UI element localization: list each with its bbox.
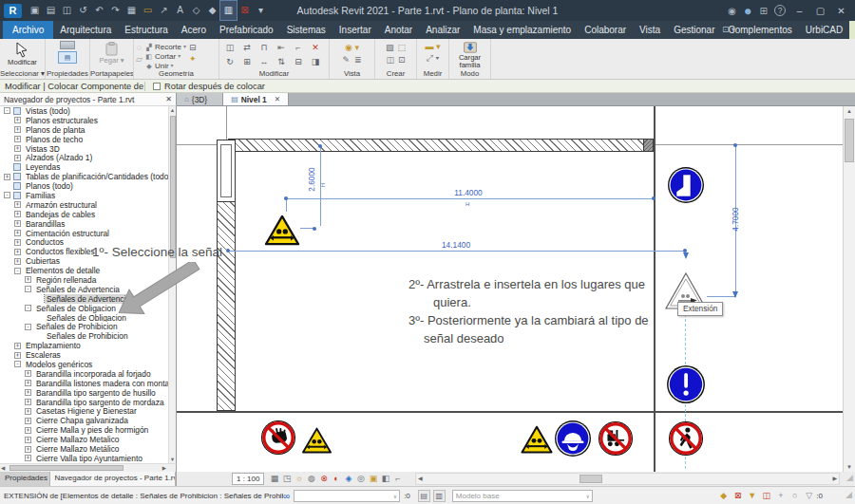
- qat-icon[interactable]: ▾: [253, 1, 269, 20]
- tree-item[interactable]: + Barandilla tipo sargento de mordaza: [0, 398, 168, 407]
- dimension-node[interactable]: [313, 227, 316, 231]
- ribbon-tab[interactable]: Anotar: [378, 21, 419, 39]
- selection-toggle-icon[interactable]: ◆: [716, 491, 731, 500]
- modify-tool-icon[interactable]: ⌐: [290, 41, 307, 55]
- expander-icon[interactable]: -: [14, 361, 21, 367]
- worksets-dropdown[interactable]: ∨: [294, 490, 400, 502]
- cope-icon[interactable]: ◌: [137, 43, 142, 52]
- maximize-button[interactable]: ▢: [813, 6, 827, 16]
- view-control-icon[interactable]: ◎: [354, 472, 367, 486]
- expander-icon[interactable]: +: [14, 145, 21, 152]
- ribbon-tab[interactable]: Masa y emplazamiento: [466, 21, 578, 39]
- qat-icon[interactable]: ↗: [156, 1, 172, 20]
- dimension-node[interactable]: [226, 249, 230, 252]
- selection-toggle-icon[interactable]: ▽: [802, 491, 816, 500]
- expander-icon[interactable]: +: [14, 258, 21, 265]
- expander-icon[interactable]: -: [25, 286, 31, 292]
- expander-icon[interactable]: +: [4, 174, 10, 180]
- tree-item[interactable]: + Cierre Mallazo Metalico: [0, 435, 168, 444]
- tree-item[interactable]: + Cierre Malla y pies de hormigón: [0, 425, 168, 435]
- offset-icon[interactable]: ▱: [136, 54, 142, 64]
- qat-icon[interactable]: ◫: [59, 1, 75, 20]
- drawing-canvas[interactable]: 2.6000 H 11.4000 H 14.1400 4.7000 Extens…: [177, 106, 843, 472]
- qat-icon[interactable]: ↶: [91, 1, 107, 20]
- expander-icon[interactable]: +: [14, 126, 21, 133]
- qat-icon[interactable]: ◇: [188, 1, 204, 20]
- view-tab[interactable]: ⌂ {3D}: [177, 93, 223, 105]
- sign-warning-machinery[interactable]: [264, 215, 300, 251]
- tree-item[interactable]: + Vistas 3D: [0, 144, 168, 154]
- modify-tool-icon[interactable]: ⇤: [273, 41, 290, 55]
- scale-button[interactable]: 1 : 100: [232, 473, 264, 485]
- help-icon[interactable]: ?: [774, 5, 786, 16]
- tree-item[interactable]: + Armazón estructural: [0, 200, 168, 210]
- qat-icon[interactable]: ▭: [140, 1, 156, 20]
- modify-tool-icon[interactable]: ⇄: [238, 41, 256, 55]
- tree-item[interactable]: + Barandilla listones madera con montant…: [0, 379, 168, 388]
- lightbulb-icon[interactable]: ◉ ▾: [345, 43, 359, 52]
- paste-button[interactable]: Pegar ▾: [92, 41, 131, 69]
- expander-icon[interactable]: -: [25, 324, 31, 330]
- tree-item[interactable]: + Cimentación estructural: [0, 229, 168, 238]
- ribbon-tab[interactable]: Insertar: [332, 21, 378, 39]
- wall-top[interactable]: [228, 139, 654, 152]
- modify-tool-icon[interactable]: ◨: [307, 55, 324, 69]
- selection-toggle-icon[interactable]: ▼: [745, 491, 759, 500]
- ribbon-tab[interactable]: Archivo: [3, 21, 53, 39]
- ribbon-tab[interactable]: Vista: [633, 21, 667, 39]
- modify-tool-icon[interactable]: ↔: [256, 55, 273, 69]
- tree-item[interactable]: - Familias: [0, 191, 168, 200]
- view-control-icon[interactable]: ◍: [305, 472, 317, 486]
- view-control-icon[interactable]: ⊗: [317, 472, 330, 486]
- tree-item[interactable]: + Escaleras: [0, 350, 168, 360]
- design-options-dropdown[interactable]: Modelo base∨: [452, 490, 593, 502]
- view-control-icon[interactable]: ◐: [330, 472, 342, 486]
- minimize-button[interactable]: –: [792, 6, 807, 16]
- expander-icon[interactable]: +: [14, 220, 21, 227]
- view-control-icon[interactable]: ☼: [293, 472, 305, 486]
- expander-icon[interactable]: +: [14, 230, 21, 236]
- expander-icon[interactable]: -: [4, 192, 10, 198]
- titlebar-icon[interactable]: ⊞: [760, 6, 768, 16]
- ribbon-display-toggle-icon[interactable]: ⊡ ▾: [714, 21, 744, 39]
- dimension-node[interactable]: [318, 144, 322, 148]
- section-line-horizontal[interactable]: [177, 411, 843, 413]
- sign-mandatory-boots[interactable]: [667, 166, 705, 208]
- expander-icon[interactable]: +: [25, 446, 31, 453]
- expander-icon[interactable]: +: [25, 380, 31, 386]
- modify-tool-icon[interactable]: ⊞: [238, 55, 256, 69]
- modify-button[interactable]: Modificar: [2, 41, 43, 69]
- parts-icon[interactable]: ⊡: [398, 55, 406, 65]
- sign-mandatory-helmet[interactable]: [554, 420, 592, 461]
- expander-icon[interactable]: +: [14, 155, 21, 161]
- ruler-icon[interactable]: ▬ ▾: [425, 42, 440, 51]
- tree-item[interactable]: + Planos de techo: [0, 135, 168, 144]
- expander-icon[interactable]: +: [25, 276, 31, 283]
- pencil-icon[interactable]: ✎: [342, 55, 350, 65]
- tree-item[interactable]: Señales de Prohibicion: [0, 331, 168, 341]
- tree-item[interactable]: + Barandilla incorporada al forjado: [0, 369, 168, 379]
- tree-item[interactable]: + Alzados (Alzado 1): [0, 153, 168, 162]
- modify-tool-icon[interactable]: ⊓: [256, 41, 273, 55]
- expander-icon[interactable]: -: [14, 268, 21, 274]
- dimension-icon[interactable]: ⤢ ▾: [427, 53, 439, 63]
- view-tab[interactable]: ▤ Nivel 1 ✕: [223, 93, 289, 105]
- worksets-icon[interactable]: ∞: [283, 491, 290, 501]
- ribbon-tab[interactable]: Gestionar: [667, 21, 721, 39]
- door-opening[interactable]: [217, 140, 236, 202]
- tree-item[interactable]: + Cierre Mallazo Metálico: [0, 444, 168, 454]
- expander-icon[interactable]: +: [25, 408, 31, 415]
- selection-toggle-icon[interactable]: +: [773, 491, 788, 500]
- linework-icon[interactable]: ≣: [354, 55, 362, 65]
- view-control-icon[interactable]: ◧: [379, 472, 391, 486]
- close-browser-icon[interactable]: ✕: [165, 95, 172, 103]
- qat-icon[interactable]: ↺: [75, 1, 91, 20]
- selection-toggle-icon[interactable]: ⊠: [731, 491, 745, 500]
- ribbon-tab[interactable]: Colaborar: [578, 21, 633, 39]
- properties-icon[interactable]: [60, 41, 75, 49]
- modify-tool-icon[interactable]: ◫: [221, 41, 238, 55]
- dimension-node[interactable]: [652, 196, 656, 200]
- expander-icon[interactable]: -: [25, 305, 31, 311]
- titlebar-icon[interactable]: ◉: [728, 6, 736, 16]
- similar-icon[interactable]: ⬚: [398, 43, 407, 52]
